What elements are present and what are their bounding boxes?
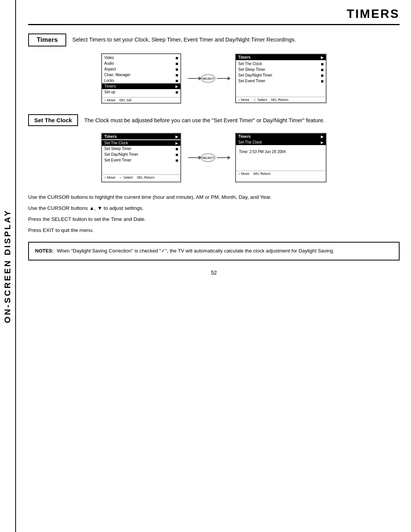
diagram1-right-screen: Timers▶ Set The Clock◼ Set Sleep Timer◼ … <box>235 54 327 103</box>
diagram2-right-screen: Timers▶ Set The Clock▶ Time: 2:53 PM Jun… <box>235 133 327 182</box>
menu-item-video: Video◼ <box>102 55 180 61</box>
diagram2: Timers▶ Set The Clock▶ Set Sleep Timer◼ … <box>28 133 400 182</box>
diagram1-left-screen: Video◼ Audio◼ Aspect◼ Chan. Manager◼ Loc… <box>101 53 181 104</box>
select-button-1: SELECT <box>201 74 215 83</box>
right-menu-sleep-timer: Set Sleep Timer◼ <box>236 67 326 72</box>
menu-item-chan-manager: Chan. Manager◼ <box>102 72 180 78</box>
diagram2-left-titlebar: Timers▶ <box>102 134 180 139</box>
menu-item-aspect: Aspect◼ <box>102 66 180 72</box>
body-text-2: Use the CURSOR buttons ▲, ▼ to adjust se… <box>28 204 400 213</box>
page-header: TIMERS <box>28 0 400 25</box>
right-menu-set-clock: Set The Clock◼ <box>236 61 326 67</box>
notes-text: When "Daylight Saving Correction" is che… <box>57 248 334 254</box>
notes-box: NOTES:When "Daylight Saving Correction" … <box>28 242 400 260</box>
right-menu-daynight-timer: Set Day/Night Timer◼ <box>236 72 326 78</box>
main-content: TIMERS Timers Select Timers to set your … <box>17 0 411 291</box>
diagram2-right-footer: ↕ MoveSEL Return <box>236 171 326 176</box>
select-arrow-2: SELECT <box>188 153 228 162</box>
menu-item-audio: Audio◼ <box>102 61 180 66</box>
diagram2-left-screen: Timers▶ Set The Clock▶ Set Sleep Timer◼ … <box>101 133 181 182</box>
arrow-line-right-2 <box>217 157 228 158</box>
diagram2-right-titlebar: Timers▶ <box>236 134 326 139</box>
select-arrow-1: SELECT <box>188 74 228 83</box>
timers-intro-text: Select Timers to set your Clock, Sleep T… <box>72 34 296 44</box>
timers-intro-row: Timers Select Timers to set your Clock, … <box>28 34 400 46</box>
diagram1-left-footer: ↕ MoveSEL Sel <box>102 97 180 103</box>
d2-left-menu-daynight-timer: Set Day/Night Timer◼ <box>102 152 180 157</box>
diagram1-right-footer: ↕ Move↔ SelectSEL Return <box>236 97 326 102</box>
arrow-line-right-1 <box>217 78 228 79</box>
diagram1-right-titlebar: Timers▶ <box>236 54 326 60</box>
set-clock-intro-row: Set The Clock The Clock must be adjusted… <box>28 114 400 126</box>
d2-left-menu-sleep-timer: Set Sleep Timer◼ <box>102 146 180 152</box>
timers-label-box: Timers <box>28 34 66 46</box>
menu-item-locks: Locks◼ <box>102 78 180 83</box>
clock-time-text: Time: 2:53 PM Jun 28 2004 <box>239 150 285 154</box>
d2-right-set-clock-title: Set The Clock▶ <box>236 139 326 145</box>
page-title: TIMERS <box>347 7 400 21</box>
body-text-section: Use the CURSOR buttons to highlight the … <box>28 193 400 235</box>
d2-left-menu-event-timer: Set Event Timer◼ <box>102 157 180 163</box>
diagram2-left-footer: ↕ Move↔ SelectSEL Return <box>102 174 180 180</box>
sidebar: ON-SCREEN DISPLAY <box>0 0 16 532</box>
arrow-line-left-1 <box>188 78 199 79</box>
select-button-2: SELECT <box>201 153 215 162</box>
set-clock-label-box: Set The Clock <box>28 114 78 126</box>
d2-left-menu-set-clock: Set The Clock▶ <box>102 140 180 146</box>
body-text-3: Press the SELECT button to set the Time … <box>28 215 400 224</box>
right-menu-event-timer: Set Event Timer◼ <box>236 78 326 84</box>
body-text-4: Press EXIT to quit the menu. <box>28 226 400 235</box>
menu-item-timers: Timers▶ <box>102 83 180 89</box>
set-clock-description: The Clock must be adjusted before you ca… <box>84 114 325 125</box>
menu-item-setup: Set up◼ <box>102 89 180 95</box>
arrow-line-left-2 <box>188 157 199 158</box>
sidebar-label: ON-SCREEN DISPLAY <box>3 209 13 323</box>
clock-time-row: Time: 2:53 PM Jun 28 2004 <box>236 147 326 155</box>
body-text-1: Use the CURSOR buttons to highlight the … <box>28 193 400 202</box>
page-number: 52 <box>28 270 400 276</box>
notes-label: NOTES: <box>35 248 54 254</box>
diagram1: Video◼ Audio◼ Aspect◼ Chan. Manager◼ Loc… <box>28 53 400 104</box>
